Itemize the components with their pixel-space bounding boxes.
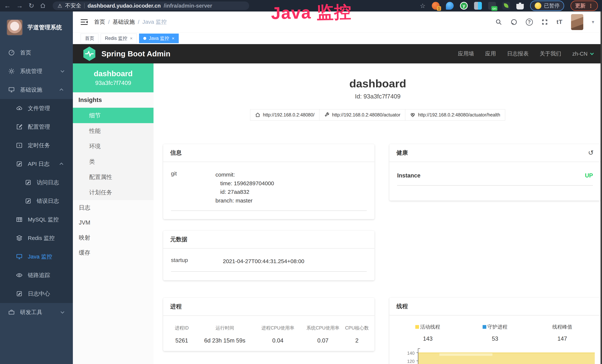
metadata-row-startup: startup 2021-04-27T00:44:31.254+08:00 bbox=[171, 257, 367, 272]
search-icon[interactable] bbox=[495, 19, 502, 25]
process-card: 进程 进程ID 运行时间 进程CPU使用率 系统CPU使用率 CPU核心数 52… bbox=[163, 298, 375, 351]
extension-switch-icon[interactable]: on bbox=[488, 2, 496, 10]
instance-links: http://192.168.0.2:48080/ http://192.168… bbox=[153, 109, 602, 120]
fullscreen-icon[interactable] bbox=[541, 19, 548, 25]
back-icon[interactable]: ← bbox=[4, 2, 11, 9]
sidebar-item-files[interactable]: 文件管理 bbox=[0, 99, 73, 118]
chevron-down-icon bbox=[61, 69, 64, 73]
sidebar-item-redis[interactable]: Redis 监控 bbox=[0, 229, 73, 247]
extension-y-icon[interactable]: y bbox=[460, 2, 468, 10]
instance-menu-metrics[interactable]: 性能 bbox=[73, 123, 153, 139]
instance-menu-details[interactable]: 细节 bbox=[73, 108, 153, 123]
bookmark-star-icon[interactable]: ☆ bbox=[420, 2, 426, 10]
wrench-icon bbox=[324, 112, 329, 118]
extensions-puzzle-icon[interactable] bbox=[516, 2, 524, 10]
sba-brand[interactable]: Spring Boot Admin bbox=[82, 46, 170, 62]
instance-section-mappings[interactable]: 映射 bbox=[73, 230, 153, 245]
sidebar-item-log-center[interactable]: 日志中心 bbox=[0, 284, 73, 303]
sidebar-item-label: 访问日志 bbox=[37, 179, 59, 186]
sidebar-item-java-monitor[interactable]: Java 监控 bbox=[0, 247, 73, 266]
cloud-upload-icon bbox=[16, 105, 23, 112]
sidebar-item-access-log[interactable]: 访问日志 bbox=[0, 173, 73, 192]
threads-card: 线程 活动线程 143 守护进程 53 bbox=[389, 298, 601, 364]
home-icon bbox=[255, 112, 260, 118]
sba-nav-journal[interactable]: 日志报表 bbox=[507, 50, 528, 57]
instance-section-caches[interactable]: 缓存 bbox=[73, 245, 153, 260]
github-icon[interactable] bbox=[511, 19, 517, 25]
legend-blue-icon bbox=[483, 325, 486, 329]
log-edit-icon bbox=[25, 198, 32, 204]
avatar-caret-icon[interactable]: ▾ bbox=[592, 19, 594, 25]
history-icon[interactable]: ↺ bbox=[588, 149, 594, 157]
instance-id: 93a3fc7f7409 bbox=[95, 80, 131, 86]
live-threads-value: 143 bbox=[394, 335, 462, 342]
monitor-icon bbox=[8, 86, 15, 93]
sidebar-item-jobs[interactable]: 定时任务 bbox=[0, 136, 73, 155]
log-edit-icon bbox=[16, 290, 23, 297]
help-icon[interactable]: ? bbox=[526, 19, 533, 26]
tags-view-bar: 首页 Redis 监控 × Java 监控 × bbox=[73, 33, 602, 44]
browser-profile-chip[interactable]: 已暂停 bbox=[530, 0, 564, 11]
sidebar-item-dev-tools[interactable]: 研发工具 bbox=[0, 303, 73, 321]
card-title: 线程 bbox=[396, 302, 408, 310]
sidebar-item-system[interactable]: 系统管理 bbox=[0, 62, 73, 80]
instance-menu-env[interactable]: 环境 bbox=[73, 139, 153, 154]
sidebar-item-api-log[interactable]: API 日志 bbox=[0, 155, 73, 173]
sidebar-item-tracing[interactable]: 链路追踪 bbox=[0, 266, 73, 284]
tab-home[interactable]: 首页 bbox=[81, 33, 98, 43]
reload-icon[interactable]: ↻ bbox=[29, 2, 34, 9]
sidebar-item-infra[interactable]: 基础设施 bbox=[0, 80, 73, 99]
breadcrumb: 首页 / 基础设施 / Java 监控 bbox=[94, 18, 167, 26]
browser-menu-icon[interactable]: ⋮ bbox=[588, 3, 593, 9]
extension-pin-icon[interactable] bbox=[446, 2, 454, 10]
app-logo-row[interactable]: 芋道管理系统 bbox=[0, 11, 73, 43]
instance-header[interactable]: dashboard 93a3fc7f7409 bbox=[73, 64, 153, 92]
info-card: 信息 git commit: time: 1596289704000 id: 2… bbox=[163, 144, 375, 219]
sidebar-item-config[interactable]: 配置管理 bbox=[0, 118, 73, 136]
actuator-url-link[interactable]: http://192.168.0.2:48080/actuator bbox=[319, 109, 405, 120]
chevron-up-icon bbox=[60, 88, 63, 92]
instance-menu-configprops[interactable]: 配置属性 bbox=[73, 169, 153, 185]
daemon-threads-value: 53 bbox=[462, 335, 529, 342]
edit-icon bbox=[16, 124, 23, 130]
eye-icon bbox=[16, 272, 23, 278]
sba-nav-wallboard[interactable]: 应用墙 bbox=[458, 50, 474, 57]
breadcrumb-home[interactable]: 首页 bbox=[94, 18, 105, 26]
health-url-link[interactable]: http://192.168.0.2:48080/actuator/health bbox=[405, 109, 505, 120]
home-icon[interactable] bbox=[40, 3, 46, 9]
sba-nav-about[interactable]: 关于我们 bbox=[540, 50, 561, 57]
browser-update-button[interactable]: 更新 ⋮ bbox=[570, 0, 598, 11]
close-icon[interactable]: × bbox=[130, 36, 133, 41]
profile-emoji-icon bbox=[535, 2, 541, 9]
extension-orange-icon[interactable]: 1 bbox=[432, 2, 440, 10]
breadcrumb-infra[interactable]: 基础设施 bbox=[113, 18, 135, 26]
sidebar-item-mysql[interactable]: MySQL 监控 bbox=[0, 210, 73, 229]
extension-grid-icon[interactable] bbox=[474, 2, 482, 10]
tab-java-monitor[interactable]: Java 监控 × bbox=[139, 33, 179, 43]
instance-menu-scheduledtasks[interactable]: 计划任务 bbox=[73, 185, 153, 200]
sidebar-item-home[interactable]: 首页 bbox=[0, 43, 73, 62]
instance-section-logs[interactable]: 日志 bbox=[73, 200, 153, 215]
profile-label: 已暂停 bbox=[544, 2, 559, 9]
user-avatar[interactable] bbox=[571, 14, 583, 30]
health-row-instance[interactable]: Instance UP bbox=[397, 172, 593, 186]
address-bar[interactable]: ⚠ 不安全 dashboard.yudao.iocoder.cn/infra/a… bbox=[53, 1, 249, 10]
extension-on-badge: on bbox=[491, 6, 497, 11]
sidebar-item-error-log[interactable]: 错误日志 bbox=[0, 192, 73, 210]
forward-icon[interactable]: → bbox=[16, 2, 23, 9]
service-url-link[interactable]: http://192.168.0.2:48080/ bbox=[250, 109, 320, 120]
page-scrollbar[interactable] bbox=[601, 11, 602, 364]
briefcase-icon bbox=[8, 309, 15, 316]
font-size-icon[interactable]: tT bbox=[557, 19, 562, 25]
card-title: 进程 bbox=[170, 303, 182, 310]
locale-select[interactable]: zh-CN bbox=[572, 51, 593, 57]
sba-nav-applications[interactable]: 应用 bbox=[485, 50, 496, 57]
instance-section-jvm[interactable]: JVM bbox=[73, 215, 153, 230]
instance-menu-classes[interactable]: 类 bbox=[73, 154, 153, 169]
process-uptime: 6d 23h 15m 59s bbox=[195, 337, 255, 344]
process-table: 进程ID 运行时间 进程CPU使用率 系统CPU使用率 CPU核心数 5261 … bbox=[169, 323, 369, 349]
tab-redis-monitor[interactable]: Redis 监控 × bbox=[101, 33, 137, 43]
extension-leaf-icon[interactable] bbox=[502, 2, 510, 10]
close-icon[interactable]: × bbox=[172, 36, 174, 41]
collapse-sidebar-icon[interactable] bbox=[81, 19, 88, 25]
